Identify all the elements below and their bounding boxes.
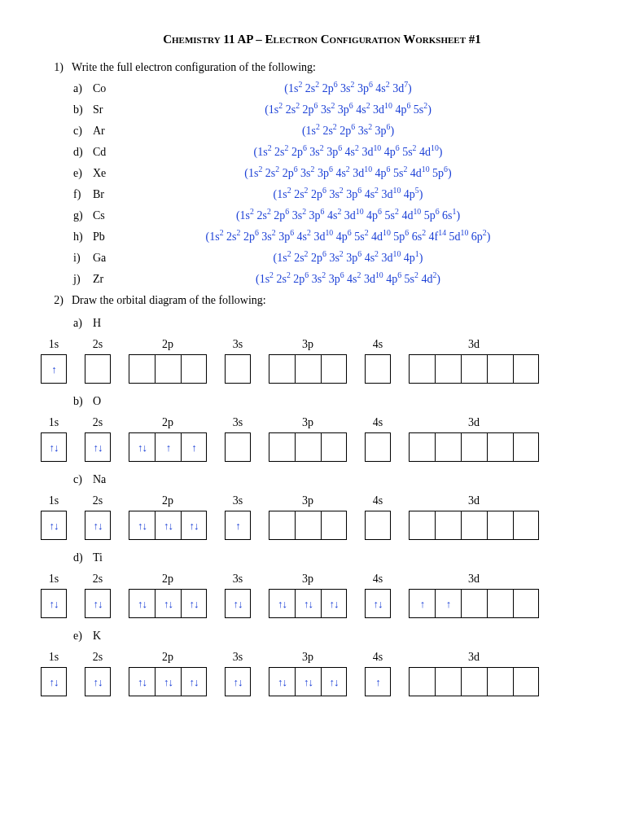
q2-item-header: c)Na — [73, 473, 603, 489]
orbital-label: 3s — [233, 494, 243, 507]
q2-item-header: e)K — [73, 630, 603, 646]
up-down-arrow-icon: ↑↓ — [304, 676, 313, 688]
orbital-box — [461, 432, 487, 462]
up-down-arrow-icon: ↑↓ — [164, 520, 173, 532]
orbital-label: 4s — [373, 338, 383, 351]
electron-configuration: (1s2 2s2 2p6 3s2 3p6 4s2 3d10 4p5) — [125, 188, 603, 201]
element-symbol: O — [93, 395, 125, 408]
orbital-label: 2p — [162, 416, 173, 429]
orbital-box: ↑↓ — [155, 667, 181, 696]
q2-item-header: a)H — [73, 317, 603, 333]
orbital-box — [461, 589, 487, 618]
up-arrow-icon: ↑ — [166, 441, 171, 454]
orbital-box: ↑↓ — [85, 667, 111, 696]
q2-text: Draw the orbital diagram of the followin… — [72, 294, 603, 307]
orbital-box: ↑ — [435, 589, 461, 618]
up-down-arrow-icon: ↑↓ — [94, 441, 103, 454]
orbital-box: ↑↓ — [269, 589, 295, 618]
orbital-box — [409, 354, 435, 384]
up-down-arrow-icon: ↑↓ — [234, 598, 243, 610]
orbital-box — [295, 432, 321, 462]
element-symbol: Cd — [93, 146, 125, 159]
orbital-group-2s: 2s↑↓ — [85, 573, 111, 618]
orbital-group-4s: 4s↑↓ — [365, 573, 391, 618]
orbital-label: 1s — [49, 573, 59, 586]
orbital-box: ↑↓ — [155, 589, 181, 618]
orbital-box — [487, 589, 513, 618]
element-symbol: Ar — [93, 125, 125, 138]
orbital-group-2p: 2p↑↓↑↓↑↓ — [129, 573, 207, 618]
up-arrow-icon: ↑ — [375, 676, 380, 688]
element-symbol: Ga — [93, 252, 125, 265]
q1-item: d)Cd(1s2 2s2 2p6 3s2 3p6 4s2 3d10 4p6 5s… — [73, 146, 603, 162]
orbital-group-3p: 3p — [269, 338, 347, 384]
up-down-arrow-icon: ↑↓ — [374, 598, 383, 610]
orbital-box — [461, 667, 487, 696]
item-letter: d) — [73, 146, 93, 159]
orbital-group-4s: 4s — [365, 494, 391, 540]
up-down-arrow-icon: ↑↓ — [138, 676, 147, 688]
orbital-box: ↑ — [181, 432, 207, 462]
element-symbol: K — [93, 630, 125, 643]
orbital-box — [321, 432, 347, 462]
orbital-box: ↑↓ — [365, 589, 391, 618]
electron-configuration: (1s2 2s2 2p6 3s2 3p6 4s2 3d10 4p6 5s2 4d… — [125, 230, 603, 244]
orbital-box: ↑↓ — [295, 589, 321, 618]
electron-configuration: (1s2 2s2 2p6 3s2 3p6 4s2 3d10 4p1) — [125, 252, 603, 265]
orbital-group-3s: 3s — [225, 338, 251, 384]
orbital-label: 1s — [49, 651, 59, 664]
up-down-arrow-icon: ↑↓ — [330, 598, 339, 610]
orbital-box — [269, 511, 295, 540]
orbital-box — [487, 432, 513, 462]
orbital-label: 3p — [302, 651, 313, 664]
orbital-box — [295, 511, 321, 540]
orbital-label: 2p — [162, 651, 173, 664]
electron-configuration: (1s2 2s2 2p6 3s2 3p6) — [125, 125, 603, 138]
electron-configuration: (1s2 2s2 2p6 3s2 3p6 4s2 3d7) — [125, 82, 603, 95]
item-letter: d) — [73, 551, 93, 564]
orbital-label: 1s — [49, 416, 59, 429]
up-down-arrow-icon: ↑↓ — [190, 598, 199, 610]
item-letter: e) — [73, 630, 93, 643]
orbital-box — [269, 432, 295, 462]
orbital-group-1s: 1s↑↓ — [41, 573, 67, 618]
orbital-label: 2s — [93, 494, 103, 507]
up-down-arrow-icon: ↑↓ — [138, 520, 147, 532]
q1-answer-list: a)Co(1s2 2s2 2p6 3s2 3p6 4s2 3d7)b)Sr(1s… — [73, 82, 603, 289]
orbital-box — [321, 354, 347, 384]
electron-configuration: (1s2 2s2 2p6 3s2 3p6 4s2 3d10 4p6 5s2 4d… — [125, 209, 603, 222]
q1-item: c)Ar(1s2 2s2 2p6 3s2 3p6) — [73, 125, 603, 141]
orbital-box — [129, 354, 155, 384]
q1-item: i)Ga(1s2 2s2 2p6 3s2 3p6 4s2 3d10 4p1) — [73, 252, 603, 268]
orbital-group-3d: 3d — [409, 494, 539, 540]
orbital-box — [409, 511, 435, 540]
item-letter: i) — [73, 252, 93, 265]
orbital-box — [487, 511, 513, 540]
up-down-arrow-icon: ↑↓ — [164, 676, 173, 688]
orbital-label: 2s — [93, 338, 103, 351]
orbital-box: ↑↓ — [85, 432, 111, 462]
item-letter: f) — [73, 188, 93, 201]
q1-item: a)Co(1s2 2s2 2p6 3s2 3p6 4s2 3d7) — [73, 82, 603, 99]
orbital-box — [461, 511, 487, 540]
orbital-box — [225, 354, 251, 384]
orbital-group-3s: 3s↑↓ — [225, 651, 251, 696]
element-symbol: Ti — [93, 551, 125, 564]
orbital-group-3p: 3p↑↓↑↓↑↓ — [269, 573, 347, 618]
q1-item: j)Zr(1s2 2s2 2p6 3s2 3p6 4s2 3d10 4p6 5s… — [73, 273, 603, 289]
orbital-group-2p: 2p — [129, 338, 207, 384]
orbital-label: 2s — [93, 651, 103, 664]
orbital-box: ↑↓ — [321, 667, 347, 696]
orbital-label: 3d — [468, 416, 480, 429]
electron-configuration: (1s2 2s2 2p6 3s2 3p6 4s2 3d10 4p6 5s2 4d… — [125, 273, 603, 286]
orbital-box — [321, 511, 347, 540]
orbital-label: 3p — [302, 416, 313, 429]
orbital-group-3s: 3s↑ — [225, 494, 251, 540]
item-letter: a) — [73, 317, 93, 330]
orbital-label: 3d — [468, 494, 480, 507]
page-title: Chemistry 11 AP – Electron Configuration… — [41, 33, 603, 46]
up-down-arrow-icon: ↑↓ — [164, 598, 173, 610]
electron-configuration: (1s2 2s2 2p6 3s2 3p6 4s2 3d10 4p6 5s2 4d… — [125, 146, 603, 159]
q1-number: 1) — [41, 61, 72, 74]
orbital-box: ↑↓ — [85, 589, 111, 618]
